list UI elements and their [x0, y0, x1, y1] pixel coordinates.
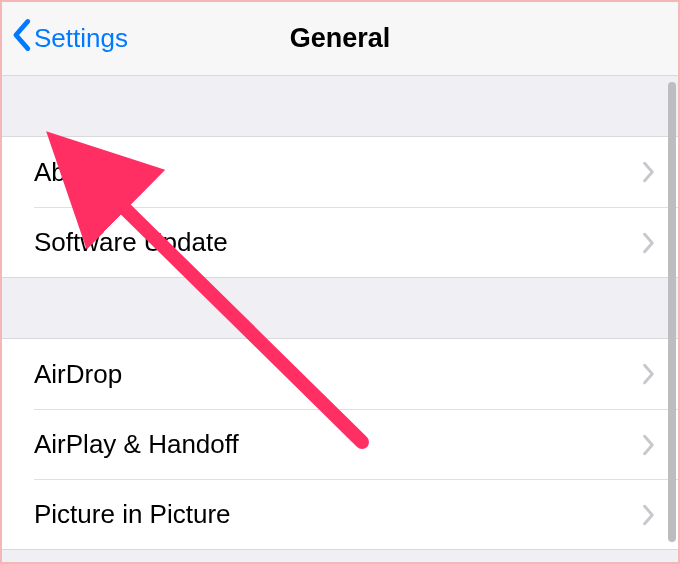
page-title: General: [290, 23, 391, 54]
group-spacer: [2, 278, 678, 338]
chevron-right-icon: [642, 504, 656, 526]
settings-content: About Software Update AirDrop AirPlay & …: [2, 76, 678, 562]
row-airdrop[interactable]: AirDrop: [2, 339, 678, 409]
row-picture-in-picture[interactable]: Picture in Picture: [34, 479, 678, 549]
row-label: Software Update: [34, 227, 228, 258]
chevron-left-icon: [10, 18, 32, 59]
back-button[interactable]: Settings: [10, 2, 128, 75]
group-spacer: [2, 550, 678, 562]
group-spacer: [2, 76, 678, 136]
chevron-right-icon: [642, 363, 656, 385]
settings-group: About Software Update: [2, 136, 678, 278]
row-label: Picture in Picture: [34, 499, 231, 530]
chevron-right-icon: [642, 161, 656, 183]
row-software-update[interactable]: Software Update: [34, 207, 678, 277]
chevron-right-icon: [642, 434, 656, 456]
navbar: Settings General: [2, 2, 678, 76]
back-label: Settings: [34, 23, 128, 54]
scrollbar[interactable]: [668, 82, 676, 542]
row-label: About: [34, 157, 102, 188]
settings-group: AirDrop AirPlay & Handoff Picture in Pic…: [2, 338, 678, 550]
row-airplay-handoff[interactable]: AirPlay & Handoff: [34, 409, 678, 479]
chevron-right-icon: [642, 232, 656, 254]
row-label: AirDrop: [34, 359, 122, 390]
row-label: AirPlay & Handoff: [34, 429, 239, 460]
row-about[interactable]: About: [2, 137, 678, 207]
